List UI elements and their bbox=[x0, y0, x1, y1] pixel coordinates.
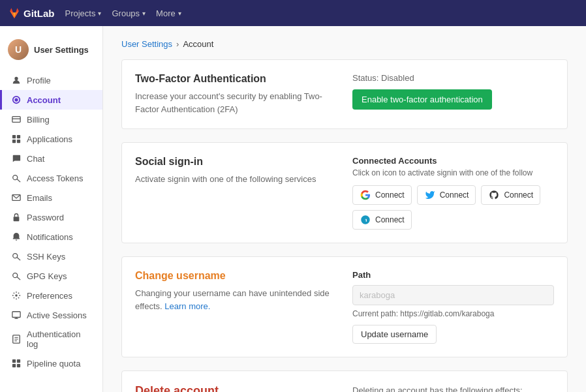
svg-line-9 bbox=[17, 179, 20, 183]
svg-line-13 bbox=[17, 258, 20, 261]
breadcrumb-current: Account bbox=[183, 39, 213, 49]
two-factor-desc: Increase your account's security by enab… bbox=[135, 90, 337, 115]
sidebar-item-billing[interactable]: Billing bbox=[0, 110, 102, 129]
path-label: Path bbox=[352, 270, 554, 280]
monitor-icon bbox=[11, 310, 22, 320]
chevron-down-icon: ▾ bbox=[98, 10, 101, 17]
chat-icon bbox=[11, 153, 22, 164]
account-icon bbox=[11, 95, 22, 105]
sidebar-item-chat[interactable]: Chat bbox=[0, 149, 102, 168]
update-username-button[interactable]: Update username bbox=[352, 325, 437, 344]
svg-point-8 bbox=[13, 175, 18, 180]
svg-rect-24 bbox=[12, 359, 16, 363]
ssh-key-icon bbox=[11, 251, 22, 262]
google-icon bbox=[360, 189, 371, 201]
avatar: U bbox=[8, 39, 29, 60]
breadcrumb-parent-link[interactable]: User Settings bbox=[121, 39, 172, 49]
svg-rect-5 bbox=[17, 135, 20, 138]
salesforce-icon bbox=[360, 214, 371, 226]
chevron-down-icon: ▾ bbox=[142, 10, 146, 17]
github-connect-button[interactable]: Connect bbox=[481, 185, 540, 205]
connected-accounts-title: Connected Accounts bbox=[352, 156, 554, 166]
sidebar-nav: Profile Account Billing Applications bbox=[0, 70, 102, 373]
change-username-title: Change username bbox=[135, 270, 337, 282]
sidebar-item-notifications[interactable]: Notifications bbox=[0, 227, 102, 247]
svg-point-14 bbox=[13, 273, 18, 278]
svg-rect-26 bbox=[12, 364, 16, 367]
social-signin-desc: Activate signin with one of the followin… bbox=[135, 173, 337, 186]
breadcrumb-separator: › bbox=[176, 39, 179, 49]
twitter-connect-button[interactable]: Connect bbox=[417, 185, 476, 205]
svg-rect-7 bbox=[17, 140, 20, 143]
log-icon bbox=[11, 334, 22, 344]
gitlab-logo[interactable]: GitLab bbox=[8, 7, 55, 20]
current-path-text: Current path: https://gitlab.com/karabog… bbox=[352, 309, 554, 318]
learn-more-link[interactable]: Learn more. bbox=[164, 301, 210, 311]
sidebar-item-password[interactable]: Password bbox=[0, 207, 102, 227]
sidebar-item-auth-log[interactable]: Authentication log bbox=[0, 325, 102, 354]
svg-rect-6 bbox=[12, 140, 16, 143]
user-icon bbox=[11, 75, 22, 85]
sidebar-item-emails[interactable]: Emails bbox=[0, 188, 102, 207]
top-navigation: GitLab Projects ▾ Groups ▾ More ▾ bbox=[0, 0, 586, 26]
applications-icon bbox=[11, 134, 22, 144]
gpg-key-icon bbox=[11, 271, 22, 281]
lock-icon bbox=[11, 212, 22, 222]
sidebar-item-active-sessions[interactable]: Active Sessions bbox=[0, 305, 102, 325]
svg-rect-17 bbox=[12, 312, 20, 318]
sidebar-item-ssh-keys[interactable]: SSH Keys bbox=[0, 247, 102, 266]
social-buttons-container: Connect Connect Connect bbox=[352, 185, 554, 205]
quota-icon bbox=[11, 358, 22, 369]
delete-account-title: Delete account bbox=[135, 384, 337, 392]
sidebar-item-pipeline-quota[interactable]: Pipeline quota bbox=[0, 354, 102, 373]
two-factor-title: Two-Factor Authentication bbox=[135, 73, 337, 85]
svg-point-1 bbox=[14, 98, 18, 101]
breadcrumb: User Settings › Account bbox=[121, 39, 568, 49]
social-signin-section: Social sign-in Activate signin with one … bbox=[121, 142, 568, 243]
sidebar-header: U User Settings bbox=[0, 34, 102, 70]
sidebar-item-account[interactable]: Account bbox=[0, 90, 102, 110]
sidebar-item-access-tokens[interactable]: Access Tokens bbox=[0, 168, 102, 188]
preferences-icon bbox=[11, 290, 22, 301]
sidebar-item-applications[interactable]: Applications bbox=[0, 129, 102, 149]
change-username-desc: Changing your username can have unintend… bbox=[135, 287, 337, 312]
connected-accounts-desc: Click on icon to activate signin with on… bbox=[352, 168, 554, 177]
social-signin-title: Social sign-in bbox=[135, 156, 337, 168]
two-factor-status: Status: Disabled bbox=[352, 73, 554, 83]
key-icon bbox=[11, 173, 22, 183]
github-icon bbox=[488, 189, 500, 201]
google-connect-button[interactable]: Connect bbox=[352, 185, 412, 205]
sidebar-title: User Settings bbox=[34, 45, 89, 55]
nav-more[interactable]: More ▾ bbox=[156, 8, 181, 18]
nav-projects[interactable]: Projects ▾ bbox=[65, 8, 102, 18]
main-content: User Settings › Account Two-Factor Authe… bbox=[103, 26, 586, 392]
svg-rect-25 bbox=[17, 359, 20, 363]
nav-groups[interactable]: Groups ▾ bbox=[112, 8, 146, 18]
twitter-icon bbox=[424, 189, 436, 201]
svg-rect-4 bbox=[12, 135, 16, 138]
delete-account-desc: Deleting an account has the following ef… bbox=[352, 384, 554, 392]
bell-icon bbox=[11, 232, 22, 242]
enable-2fa-button[interactable]: Enable two-factor authentication bbox=[352, 89, 492, 110]
svg-rect-2 bbox=[12, 117, 20, 123]
svg-point-12 bbox=[13, 254, 18, 258]
svg-line-15 bbox=[17, 277, 20, 280]
svg-rect-27 bbox=[17, 364, 20, 367]
sidebar-item-preferences[interactable]: Preferences bbox=[0, 286, 102, 305]
two-factor-section: Two-Factor Authentication Increase your … bbox=[121, 59, 568, 129]
delete-account-section: Delete account Deleting an account has t… bbox=[121, 370, 568, 392]
svg-rect-11 bbox=[14, 217, 20, 221]
change-username-section: Change username Changing your username c… bbox=[121, 256, 568, 357]
sidebar-item-profile[interactable]: Profile bbox=[0, 70, 102, 90]
salesforce-connect-button[interactable]: Connect bbox=[352, 210, 412, 230]
chevron-down-icon: ▾ bbox=[178, 10, 181, 17]
sidebar-item-gpg-keys[interactable]: GPG Keys bbox=[0, 266, 102, 286]
social-buttons-row2: Connect bbox=[352, 210, 554, 230]
sidebar: U User Settings Profile Account bbox=[0, 26, 103, 392]
username-path-input[interactable] bbox=[352, 285, 554, 305]
svg-point-0 bbox=[14, 77, 18, 80]
billing-icon bbox=[11, 114, 22, 125]
email-icon bbox=[11, 192, 22, 203]
svg-point-16 bbox=[15, 294, 18, 297]
